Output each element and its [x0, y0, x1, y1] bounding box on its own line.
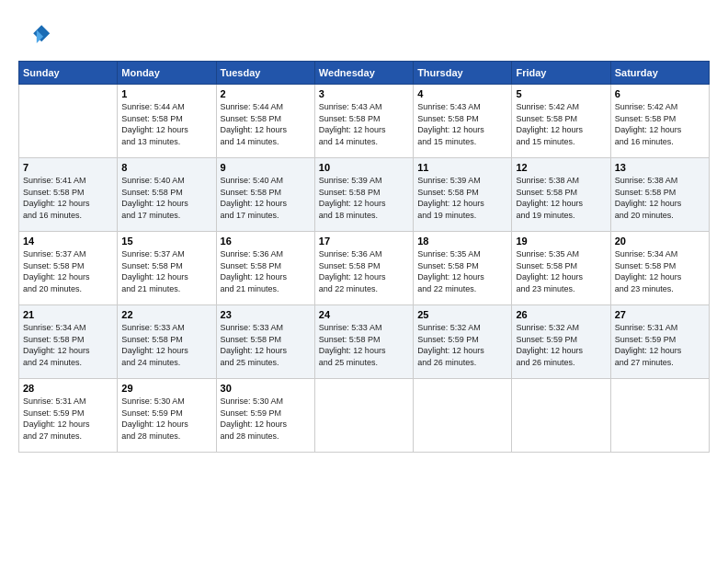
cell-info: Sunrise: 5:34 AM Sunset: 5:58 PM Dayligh…	[615, 248, 705, 294]
cell-info: Sunrise: 5:33 AM Sunset: 5:58 PM Dayligh…	[221, 322, 311, 368]
cell-info: Sunrise: 5:33 AM Sunset: 5:58 PM Dayligh…	[121, 322, 211, 368]
day-number: 11	[417, 162, 507, 173]
day-number: 9	[221, 162, 311, 173]
calendar-table: SundayMondayTuesdayWednesdayThursdayFrid…	[18, 61, 710, 453]
calendar-cell: 12Sunrise: 5:38 AM Sunset: 5:58 PM Dayli…	[512, 158, 610, 232]
day-number: 26	[516, 309, 606, 320]
calendar-cell: 20Sunrise: 5:34 AM Sunset: 5:58 PM Dayli…	[610, 232, 709, 305]
day-number: 4	[417, 88, 507, 99]
day-number: 30	[221, 383, 311, 394]
calendar-cell: 1Sunrise: 5:44 AM Sunset: 5:58 PM Daylig…	[118, 85, 216, 158]
day-number: 6	[615, 88, 705, 99]
calendar-cell: 16Sunrise: 5:36 AM Sunset: 5:58 PM Dayli…	[216, 232, 314, 305]
cell-info: Sunrise: 5:36 AM Sunset: 5:58 PM Dayligh…	[221, 248, 311, 294]
day-number: 20	[615, 236, 705, 247]
day-number: 19	[516, 236, 606, 247]
calendar-cell: 11Sunrise: 5:39 AM Sunset: 5:58 PM Dayli…	[414, 158, 512, 232]
calendar-cell: 21Sunrise: 5:34 AM Sunset: 5:58 PM Dayli…	[19, 305, 118, 379]
calendar-cell: 13Sunrise: 5:38 AM Sunset: 5:58 PM Dayli…	[610, 158, 709, 232]
logo	[18, 18, 55, 52]
day-number: 29	[121, 383, 211, 394]
cell-info: Sunrise: 5:38 AM Sunset: 5:58 PM Dayligh…	[615, 175, 705, 221]
calendar-cell: 6Sunrise: 5:42 AM Sunset: 5:58 PM Daylig…	[610, 85, 709, 158]
calendar-cell	[512, 379, 610, 453]
cell-info: Sunrise: 5:30 AM Sunset: 5:59 PM Dayligh…	[121, 396, 211, 442]
calendar-cell: 9Sunrise: 5:40 AM Sunset: 5:58 PM Daylig…	[216, 158, 314, 232]
day-number: 2	[221, 88, 311, 99]
calendar-cell: 5Sunrise: 5:42 AM Sunset: 5:58 PM Daylig…	[512, 85, 610, 158]
day-number: 17	[319, 236, 409, 247]
weekday-header-wednesday: Wednesday	[314, 62, 413, 85]
cell-info: Sunrise: 5:39 AM Sunset: 5:58 PM Dayligh…	[319, 175, 409, 221]
day-number: 28	[23, 383, 113, 394]
cell-info: Sunrise: 5:30 AM Sunset: 5:59 PM Dayligh…	[221, 396, 311, 442]
day-number: 1	[121, 88, 211, 99]
day-number: 25	[417, 309, 507, 320]
cell-info: Sunrise: 5:44 AM Sunset: 5:58 PM Dayligh…	[221, 101, 311, 147]
cell-info: Sunrise: 5:41 AM Sunset: 5:58 PM Dayligh…	[23, 175, 113, 221]
cell-info: Sunrise: 5:40 AM Sunset: 5:58 PM Dayligh…	[121, 175, 211, 221]
cell-info: Sunrise: 5:40 AM Sunset: 5:58 PM Dayligh…	[221, 175, 311, 221]
day-number: 3	[319, 88, 409, 99]
day-number: 23	[221, 309, 311, 320]
cell-info: Sunrise: 5:37 AM Sunset: 5:58 PM Dayligh…	[121, 248, 211, 294]
weekday-header-sunday: Sunday	[19, 62, 118, 85]
calendar-cell: 19Sunrise: 5:35 AM Sunset: 5:58 PM Dayli…	[512, 232, 610, 305]
calendar-cell: 17Sunrise: 5:36 AM Sunset: 5:58 PM Dayli…	[314, 232, 413, 305]
calendar-cell: 30Sunrise: 5:30 AM Sunset: 5:59 PM Dayli…	[216, 379, 314, 453]
calendar-cell: 22Sunrise: 5:33 AM Sunset: 5:58 PM Dayli…	[118, 305, 216, 379]
calendar-week-row: 1Sunrise: 5:44 AM Sunset: 5:58 PM Daylig…	[19, 85, 710, 158]
day-number: 8	[121, 162, 211, 173]
calendar-cell: 4Sunrise: 5:43 AM Sunset: 5:58 PM Daylig…	[414, 85, 512, 158]
day-number: 22	[121, 309, 211, 320]
day-number: 12	[516, 162, 606, 173]
calendar-cell: 2Sunrise: 5:44 AM Sunset: 5:58 PM Daylig…	[216, 85, 314, 158]
calendar-cell: 8Sunrise: 5:40 AM Sunset: 5:58 PM Daylig…	[118, 158, 216, 232]
weekday-header-friday: Friday	[512, 62, 610, 85]
calendar-cell: 10Sunrise: 5:39 AM Sunset: 5:58 PM Dayli…	[314, 158, 413, 232]
svg-marker-0	[33, 25, 50, 41]
weekday-header-saturday: Saturday	[610, 62, 709, 85]
calendar-cell: 29Sunrise: 5:30 AM Sunset: 5:59 PM Dayli…	[118, 379, 216, 453]
calendar-cell: 23Sunrise: 5:33 AM Sunset: 5:58 PM Dayli…	[216, 305, 314, 379]
cell-info: Sunrise: 5:39 AM Sunset: 5:58 PM Dayligh…	[417, 175, 507, 221]
calendar-cell: 15Sunrise: 5:37 AM Sunset: 5:58 PM Dayli…	[118, 232, 216, 305]
cell-info: Sunrise: 5:44 AM Sunset: 5:58 PM Dayligh…	[121, 101, 211, 147]
cell-info: Sunrise: 5:31 AM Sunset: 5:59 PM Dayligh…	[23, 396, 113, 442]
cell-info: Sunrise: 5:42 AM Sunset: 5:58 PM Dayligh…	[615, 101, 705, 147]
cell-info: Sunrise: 5:37 AM Sunset: 5:58 PM Dayligh…	[23, 248, 113, 294]
calendar-cell	[610, 379, 709, 453]
calendar-cell: 24Sunrise: 5:33 AM Sunset: 5:58 PM Dayli…	[314, 305, 413, 379]
page-header	[18, 18, 710, 52]
cell-info: Sunrise: 5:35 AM Sunset: 5:58 PM Dayligh…	[417, 248, 507, 294]
day-number: 27	[615, 309, 705, 320]
calendar-week-row: 21Sunrise: 5:34 AM Sunset: 5:58 PM Dayli…	[19, 305, 710, 379]
cell-info: Sunrise: 5:42 AM Sunset: 5:58 PM Dayligh…	[516, 101, 606, 147]
cell-info: Sunrise: 5:36 AM Sunset: 5:58 PM Dayligh…	[319, 248, 409, 294]
calendar-week-row: 7Sunrise: 5:41 AM Sunset: 5:58 PM Daylig…	[19, 158, 710, 232]
calendar-cell	[314, 379, 413, 453]
cell-info: Sunrise: 5:38 AM Sunset: 5:58 PM Dayligh…	[516, 175, 606, 221]
calendar-cell: 28Sunrise: 5:31 AM Sunset: 5:59 PM Dayli…	[19, 379, 118, 453]
day-number: 5	[516, 88, 606, 99]
cell-info: Sunrise: 5:43 AM Sunset: 5:58 PM Dayligh…	[417, 101, 507, 147]
day-number: 16	[221, 236, 311, 247]
calendar-cell	[414, 379, 512, 453]
day-number: 14	[23, 236, 113, 247]
cell-info: Sunrise: 5:32 AM Sunset: 5:59 PM Dayligh…	[417, 322, 507, 368]
day-number: 7	[23, 162, 113, 173]
day-number: 18	[417, 236, 507, 247]
calendar-week-row: 14Sunrise: 5:37 AM Sunset: 5:58 PM Dayli…	[19, 232, 710, 305]
cell-info: Sunrise: 5:43 AM Sunset: 5:58 PM Dayligh…	[319, 101, 409, 147]
cell-info: Sunrise: 5:31 AM Sunset: 5:59 PM Dayligh…	[615, 322, 705, 368]
calendar-cell: 14Sunrise: 5:37 AM Sunset: 5:58 PM Dayli…	[19, 232, 118, 305]
calendar-cell: 3Sunrise: 5:43 AM Sunset: 5:58 PM Daylig…	[314, 85, 413, 158]
calendar-cell: 25Sunrise: 5:32 AM Sunset: 5:59 PM Dayli…	[414, 305, 512, 379]
logo-icon	[18, 18, 51, 52]
calendar-cell: 18Sunrise: 5:35 AM Sunset: 5:58 PM Dayli…	[414, 232, 512, 305]
day-number: 15	[121, 236, 211, 247]
weekday-header-monday: Monday	[118, 62, 216, 85]
calendar-week-row: 28Sunrise: 5:31 AM Sunset: 5:59 PM Dayli…	[19, 379, 710, 453]
day-number: 24	[319, 309, 409, 320]
weekday-header-tuesday: Tuesday	[216, 62, 314, 85]
